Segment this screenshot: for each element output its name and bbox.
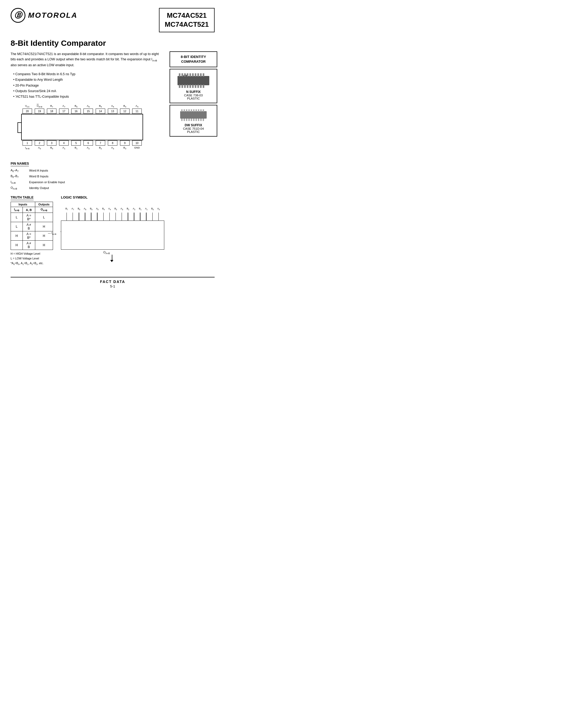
svg-rect-10 bbox=[203, 73, 204, 77]
svg-rect-38 bbox=[195, 119, 197, 121]
svg-rect-35 bbox=[188, 119, 190, 121]
svg-rect-5 bbox=[189, 73, 191, 77]
ic-pinout-diagram: VCC OA=B B7 A7 B6 A6 B5 A5 B4 A4 20 19 1… bbox=[11, 104, 164, 150]
n-suffix-chip-image bbox=[172, 72, 214, 89]
logic-symbol-header: LOGIC SYMBOL bbox=[61, 195, 164, 199]
svg-rect-11 bbox=[179, 85, 180, 88]
pin-names-section: PIN NAMES A0–A7 Word A Inputs B0–B7 Word… bbox=[11, 161, 164, 191]
description-text: The MC74AC521/74ACT521 is an expandable … bbox=[11, 51, 159, 68]
tt-header-oab: OA=B bbox=[35, 207, 53, 213]
feature-item: Compares Two 8-Bit Words in 6.5 ns Typ bbox=[13, 71, 159, 77]
pin-names-header: PIN NAMES bbox=[11, 162, 29, 166]
table-row: L A ≠ B H bbox=[11, 222, 53, 231]
page-footer: FACT DATA 5-1 bbox=[11, 277, 214, 288]
svg-rect-18 bbox=[197, 85, 199, 88]
svg-rect-40 bbox=[200, 119, 202, 121]
tt-footnotes: H = HIGH Voltage Level L = LOW Voltage L… bbox=[11, 251, 53, 266]
svg-rect-13 bbox=[184, 85, 186, 88]
svg-rect-8 bbox=[197, 73, 199, 77]
svg-rect-2 bbox=[181, 73, 183, 77]
fact-data-label: FACT DATA bbox=[11, 280, 214, 284]
logic-symbol-section: LOGIC SYMBOL bbox=[61, 195, 164, 266]
pin-names-table: A0–A7 Word A Inputs B0–B7 Word B Inputs … bbox=[11, 168, 164, 191]
svg-rect-9 bbox=[200, 73, 202, 77]
svg-rect-34 bbox=[186, 119, 187, 121]
n-suffix-case: CASE 738-03 bbox=[172, 94, 214, 97]
part-number-line1: MC74AC521 MC74ACT521 bbox=[165, 11, 209, 29]
svg-rect-25 bbox=[188, 109, 190, 112]
feature-item: Expandable to Any Word Length bbox=[13, 77, 159, 83]
svg-rect-0 bbox=[177, 76, 209, 85]
feature-item: Outputs Source/Sink 24 mA bbox=[13, 88, 159, 94]
svg-rect-24 bbox=[186, 109, 187, 112]
right-n-suffix-box: N SUFFIX CASE 738-03 PLASTIC bbox=[169, 69, 217, 103]
page-title: 8-Bit Identity Comparator bbox=[11, 39, 214, 48]
right-chip-label: 8-BIT IDENTITYCOMPARATOR bbox=[172, 55, 214, 64]
svg-rect-23 bbox=[183, 109, 185, 112]
n-suffix-label: N SUFFIX bbox=[172, 90, 214, 94]
svg-rect-37 bbox=[193, 119, 194, 121]
svg-rect-4 bbox=[187, 73, 188, 77]
part-number-box: MC74AC521 MC74ACT521 bbox=[159, 8, 214, 32]
motorola-name: MOTOROLA bbox=[28, 11, 78, 20]
bottom-section: TRUTH TABLE Inputs Outputs IA=B A, B OA=… bbox=[11, 195, 164, 266]
svg-rect-29 bbox=[198, 109, 199, 112]
svg-rect-32 bbox=[181, 119, 182, 121]
dw-suffix-material: PLASTIC bbox=[172, 130, 214, 133]
truth-table-section: TRUTH TABLE Inputs Outputs IA=B A, B OA=… bbox=[11, 195, 53, 266]
tt-col-outputs: Outputs bbox=[35, 202, 53, 207]
svg-rect-20 bbox=[203, 85, 204, 88]
truth-table: Inputs Outputs IA=B A, B OA=B L A = B* bbox=[11, 202, 53, 250]
right-dw-suffix-box: DW SUFFIX CASE 751D-04 PLASTIC bbox=[169, 105, 217, 137]
svg-rect-21 bbox=[180, 111, 207, 119]
svg-rect-28 bbox=[195, 109, 197, 112]
svg-rect-19 bbox=[200, 85, 202, 88]
svg-rect-39 bbox=[198, 119, 199, 121]
svg-rect-3 bbox=[184, 73, 186, 77]
table-row: L A = B* L bbox=[11, 213, 53, 222]
svg-rect-30 bbox=[200, 109, 202, 112]
n-suffix-material: PLASTIC bbox=[172, 97, 214, 100]
motorola-circle-logo: Ⓑ bbox=[11, 8, 25, 23]
tt-header-ab: A, B bbox=[23, 207, 35, 213]
truth-table-header: TRUTH TABLE bbox=[11, 196, 34, 200]
dw-suffix-chip-image bbox=[175, 108, 212, 123]
right-chip-label-box: 8-BIT IDENTITYCOMPARATOR bbox=[169, 51, 217, 67]
svg-rect-31 bbox=[203, 109, 204, 112]
svg-rect-14 bbox=[187, 85, 188, 88]
svg-rect-16 bbox=[192, 85, 194, 88]
svg-rect-1 bbox=[179, 73, 180, 77]
svg-rect-15 bbox=[189, 85, 191, 88]
svg-rect-27 bbox=[193, 109, 194, 112]
svg-rect-22 bbox=[181, 109, 182, 112]
motorola-logo: Ⓑ MOTOROLA bbox=[11, 8, 78, 23]
features-list: Compares Two 8-Bit Words in 6.5 ns Typ E… bbox=[11, 71, 159, 100]
svg-rect-36 bbox=[191, 119, 192, 121]
tt-col-inputs: Inputs bbox=[11, 202, 35, 207]
svg-rect-41 bbox=[203, 119, 204, 121]
svg-rect-7 bbox=[195, 73, 196, 77]
page-number: 5-1 bbox=[11, 284, 214, 288]
table-row: H A = B* H bbox=[11, 231, 53, 241]
svg-rect-17 bbox=[195, 85, 196, 88]
svg-rect-33 bbox=[183, 119, 185, 121]
right-column: 8-BIT IDENTITYCOMPARATOR bbox=[169, 51, 217, 266]
dw-suffix-label: DW SUFFIX bbox=[172, 123, 214, 127]
svg-rect-6 bbox=[192, 73, 194, 77]
svg-rect-26 bbox=[191, 109, 192, 112]
dw-suffix-case: CASE 751D-04 bbox=[172, 127, 214, 130]
feature-item: 'ACT521 has TTL-Compatible Inputs bbox=[13, 94, 159, 100]
table-row: H A ≠ B H bbox=[11, 241, 53, 250]
page-header: Ⓑ MOTOROLA MC74AC521 MC74ACT521 bbox=[11, 8, 214, 32]
svg-rect-12 bbox=[181, 85, 183, 88]
feature-item: 20-Pin Package bbox=[13, 83, 159, 88]
tt-header-iab: IA=B bbox=[11, 207, 23, 213]
